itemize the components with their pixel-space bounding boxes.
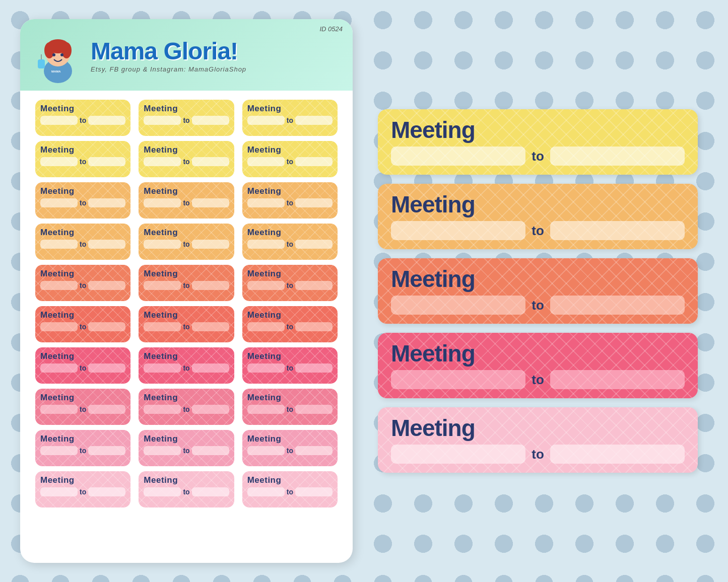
tile-box-start [144, 281, 181, 290]
tile-box-end [88, 116, 125, 125]
tile-time-row: to [247, 322, 333, 331]
tile-to-label: to [80, 281, 86, 289]
tile-meeting-label: Meeting [144, 351, 178, 361]
tile-time-row: to [144, 363, 229, 373]
tile-time-row: to [247, 363, 333, 373]
tile-box-start [144, 240, 181, 249]
tile-time-row: to [247, 240, 333, 249]
tile-to-label: to [183, 281, 189, 289]
tile-time-row: to [40, 363, 125, 373]
tile-meeting-label: Meeting [40, 145, 75, 155]
sticker-tile: Meeting to [139, 141, 234, 177]
tile-box-end [192, 157, 229, 166]
tile-to-label: to [287, 447, 293, 455]
tile-meeting-label: Meeting [144, 434, 178, 444]
sticker-tile: Meeting to [242, 347, 338, 384]
sticker-tile: Meeting to [35, 100, 130, 136]
tile-time-row: to [40, 240, 125, 249]
tile-box-end [192, 240, 229, 249]
tile-to-label: to [80, 364, 86, 372]
tile-to-label: to [287, 323, 293, 331]
tile-time-row: to [144, 240, 229, 249]
tile-box-start [144, 446, 181, 455]
tile-time-row: to [247, 157, 333, 166]
brand-title: Mama Gloria! [91, 39, 238, 63]
tile-meeting-label: Meeting [40, 269, 75, 279]
sticker-tile: Meeting to [242, 224, 338, 260]
preview-panel: Meeting to Meeting to Meeting to Meeting… [353, 104, 708, 478]
tile-box-start [144, 322, 181, 331]
tile-box-start [247, 405, 285, 414]
tile-box-end [295, 240, 333, 249]
sticker-sheet: ID 0524 MAMA Mama Gloria! Etsy, FB group… [20, 19, 353, 563]
preview-card-yellow: Meeting to [378, 109, 698, 175]
card-to-label: to [532, 149, 544, 164]
tile-box-start [247, 322, 285, 331]
tile-meeting-label: Meeting [247, 310, 282, 320]
tile-to-label: to [183, 447, 189, 455]
tile-box-end [295, 322, 333, 331]
tile-time-row: to [144, 281, 229, 290]
tile-to-label: to [287, 116, 293, 124]
tile-box-end [295, 157, 333, 166]
tile-meeting-label: Meeting [40, 310, 75, 320]
sticker-tile: Meeting to [242, 430, 338, 466]
card-title: Meeting [391, 416, 475, 440]
tile-time-row: to [144, 198, 229, 207]
tile-box-end [295, 198, 333, 207]
card-time-row: to [391, 445, 685, 464]
tile-time-row: to [144, 116, 229, 125]
tile-to-label: to [287, 364, 293, 372]
tile-to-label: to [183, 405, 189, 413]
tile-box-end [192, 405, 229, 414]
svg-rect-8 [38, 59, 45, 68]
tile-box-end [192, 363, 229, 373]
tile-box-end [295, 281, 333, 290]
sticker-tile: Meeting to [35, 389, 130, 425]
tile-to-label: to [287, 158, 293, 166]
preview-card-blush: Meeting to [378, 407, 698, 473]
tile-meeting-label: Meeting [40, 434, 75, 444]
card-time-row: to [391, 370, 685, 389]
tile-time-row: to [40, 116, 125, 125]
tile-meeting-label: Meeting [144, 186, 178, 196]
tile-meeting-label: Meeting [247, 186, 282, 196]
card-title: Meeting [391, 118, 475, 141]
tile-to-label: to [183, 240, 189, 248]
sheet-header: ID 0524 MAMA Mama Gloria! Etsy, FB group… [20, 19, 353, 91]
tile-box-end [88, 281, 125, 290]
tile-to-label: to [183, 323, 189, 331]
tile-to-label: to [183, 199, 189, 207]
card-box-start [391, 221, 525, 240]
sticker-tile: Meeting to [242, 100, 338, 136]
tile-box-end [192, 198, 229, 207]
tile-box-start [40, 157, 78, 166]
tile-time-row: to [144, 446, 229, 455]
tile-meeting-label: Meeting [247, 475, 282, 485]
card-box-start [391, 296, 525, 315]
sticker-tile: Meeting to [139, 100, 234, 136]
tile-to-label: to [80, 405, 86, 413]
tile-to-label: to [287, 281, 293, 289]
tile-meeting-label: Meeting [247, 104, 282, 114]
tile-time-row: to [144, 157, 229, 166]
tile-to-label: to [183, 488, 189, 496]
tile-box-start [40, 363, 78, 373]
tile-time-row: to [40, 487, 125, 496]
tile-box-start [247, 116, 285, 125]
sticker-tile: Meeting to [139, 182, 234, 219]
sticker-tile: Meeting to [242, 306, 338, 342]
card-time-row: to [391, 147, 685, 166]
sticker-tile: Meeting to [35, 141, 130, 177]
tile-box-end [88, 487, 125, 496]
header-text: Mama Gloria! Etsy, FB group & Instagram:… [91, 39, 246, 73]
tile-box-start [40, 487, 78, 496]
tile-box-start [40, 281, 78, 290]
tile-box-end [192, 322, 229, 331]
tile-to-label: to [183, 158, 189, 166]
tile-box-start [40, 405, 78, 414]
tile-meeting-label: Meeting [40, 228, 75, 238]
tile-box-start [247, 281, 285, 290]
brand-subtitle: Etsy, FB group & Instagram: MamaGloriaSh… [91, 65, 246, 73]
tile-box-start [40, 198, 78, 207]
